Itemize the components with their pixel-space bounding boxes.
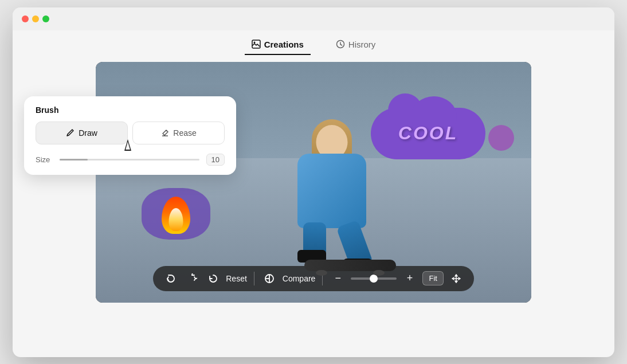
erase-button[interactable]: Rease — [132, 122, 225, 144]
cool-cloud: COOL — [371, 108, 485, 159]
brush-size-track[interactable] — [60, 159, 199, 161]
compare-icon[interactable] — [261, 269, 278, 288]
close-button[interactable] — [22, 15, 29, 22]
sticker-flame — [142, 188, 216, 245]
move-button[interactable] — [448, 269, 465, 288]
zoom-slider-container — [351, 277, 397, 280]
draw-label: Draw — [79, 128, 97, 138]
title-bar — [13, 7, 614, 30]
tab-history-label: Hisrory — [348, 40, 376, 49]
brush-size-row: Size 10 — [36, 154, 225, 166]
fit-button[interactable]: Fit — [422, 271, 443, 285]
clock-icon — [336, 40, 345, 49]
minimize-button[interactable] — [32, 15, 39, 22]
erase-label: Rease — [173, 128, 196, 138]
flame-bg — [142, 188, 210, 240]
tab-creations-label: Creations — [264, 40, 304, 49]
brush-size-value: 10 — [206, 154, 225, 166]
svg-point-1 — [253, 42, 255, 44]
tabs-bar: Creations Hisrory — [13, 30, 614, 55]
flame-inner — [169, 208, 183, 231]
image-icon — [252, 40, 261, 49]
zoom-in-button[interactable]: + — [401, 269, 418, 288]
zoom-slider[interactable] — [351, 277, 397, 280]
compare-label[interactable]: Compare — [283, 274, 316, 283]
flame-shape — [159, 194, 193, 234]
size-label: Size — [36, 155, 53, 164]
brush-size-fill — [60, 159, 88, 161]
main-content: COOL — [13, 55, 614, 314]
traffic-lights — [22, 15, 49, 22]
tab-creations[interactable]: Creations — [245, 35, 311, 55]
skater-figure — [286, 119, 378, 268]
app-window: Creations Hisrory — [13, 7, 614, 357]
jacket — [297, 154, 366, 228]
undo-button[interactable] — [162, 269, 179, 288]
redo-button[interactable] — [183, 269, 200, 288]
brush-panel: Brush Draw Rease Size 10 — [24, 96, 236, 175]
skateboard — [304, 260, 396, 271]
zoom-thumb[interactable] — [370, 275, 378, 283]
maximize-button[interactable] — [42, 15, 49, 22]
reset-icon[interactable] — [205, 269, 221, 288]
divider-1 — [254, 272, 254, 285]
tab-history[interactable]: Hisrory — [329, 35, 383, 55]
draw-button[interactable]: Draw — [36, 122, 128, 144]
reset-label[interactable]: Reset — [226, 274, 247, 283]
purple-circle-sticker — [488, 125, 514, 151]
cool-text: COOL — [398, 123, 458, 144]
zoom-out-button[interactable]: − — [330, 269, 346, 288]
sticker-cool: COOL — [371, 108, 485, 165]
brush-panel-title: Brush — [36, 105, 225, 115]
